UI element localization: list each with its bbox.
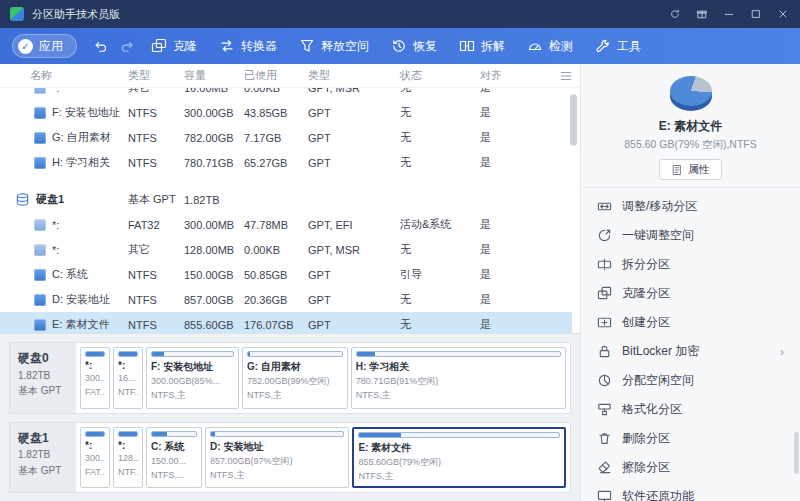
partition-block[interactable]: C: 系统 150.00... NTFS,... bbox=[146, 427, 202, 489]
toolbar-item-detect[interactable]: 检测 bbox=[527, 38, 573, 55]
col-used[interactable]: 已使用 bbox=[244, 68, 308, 83]
volume-summary: E: 素材文件 855.60 GB(79% 空闲),NTFS 属性 bbox=[581, 64, 800, 188]
toolbar-item-recover[interactable]: 恢复 bbox=[391, 38, 437, 55]
partition-blocks: *: 300... FAT... *: 128... NTF... C: 系统 … bbox=[76, 423, 570, 493]
row-name: *: bbox=[52, 88, 59, 94]
cell-capacity: 300.00MB bbox=[184, 219, 244, 231]
cell-aligned: 是 bbox=[480, 292, 530, 307]
table-row[interactable]: *: 其它 16.00MB 0.00KB GPT, MSR 无 是 bbox=[0, 88, 572, 100]
action-allocate-free-space[interactable]: 分配空闲空间 bbox=[581, 366, 800, 395]
undo-icon[interactable] bbox=[93, 39, 108, 54]
row-name: 硬盘1 bbox=[36, 192, 64, 207]
partition-icon bbox=[34, 107, 46, 119]
cell-name: *: bbox=[0, 88, 128, 94]
column-settings-icon[interactable] bbox=[559, 69, 573, 83]
cell-aligned: 是 bbox=[480, 317, 530, 332]
toolbar-item-clone[interactable]: 克隆 bbox=[151, 38, 197, 55]
cell-style: GPT, EFI bbox=[308, 219, 400, 231]
cell-used: 7.17GB bbox=[244, 132, 308, 144]
usage-bar bbox=[210, 431, 344, 437]
cell-name: G: 自用素材 bbox=[0, 130, 128, 145]
cell-status: 无 bbox=[400, 130, 480, 145]
cell-used: 0.00KB bbox=[244, 88, 308, 94]
action-bitlocker[interactable]: BitLocker 加密 › bbox=[581, 337, 800, 366]
action-software-restore[interactable]: 软件还原功能 bbox=[581, 482, 800, 501]
col-aligned[interactable]: 对齐 bbox=[480, 68, 530, 83]
col-style[interactable]: 类型 bbox=[308, 68, 400, 83]
sidebar-scrollbar[interactable] bbox=[794, 432, 799, 474]
free-space-icon bbox=[299, 38, 315, 54]
block-size: 855.60GB(79%空闲) bbox=[358, 455, 560, 469]
partition-block[interactable]: F: 安装包地址 300.00GB(85%... NTFS,主 bbox=[146, 347, 239, 409]
action-split[interactable]: 拆分分区 bbox=[581, 250, 800, 279]
action-create-partition[interactable]: 创建分区 bbox=[581, 308, 800, 337]
table-row[interactable]: C: 系统 NTFS 150.00GB 50.85GB GPT 引导 是 bbox=[0, 262, 572, 287]
disk-info[interactable]: 硬盘1 1.82TB 基本 GPT bbox=[10, 423, 76, 493]
close-icon[interactable] bbox=[769, 3, 796, 25]
table-row[interactable]: H: 学习相关 NTFS 780.71GB 65.27GB GPT 无 是 bbox=[0, 150, 572, 175]
redo-icon[interactable] bbox=[120, 39, 135, 54]
partition-block[interactable]: H: 学习相关 780.71GB(91%空闲) NTFS,主 bbox=[351, 347, 566, 409]
skin-theme-icon[interactable] bbox=[688, 3, 715, 25]
properties-button[interactable]: 属性 bbox=[659, 159, 722, 180]
cell-used: 65.27GB bbox=[244, 157, 308, 169]
table-row[interactable]: D: 安装地址 NTFS 857.00GB 20.36GB GPT 无 是 bbox=[0, 287, 572, 312]
partition-block[interactable]: D: 安装地址 857.00GB(97%空闲) NTFS,主 bbox=[205, 427, 349, 489]
toolbar-item-free-space[interactable]: 释放空间 bbox=[299, 38, 369, 55]
toolbar-item-converter[interactable]: 转换器 bbox=[219, 38, 277, 55]
table-row[interactable]: F: 安装包地址 NTFS 300.00GB 43.85GB GPT 无 是 bbox=[0, 100, 572, 125]
action-wipe[interactable]: 擦除分区 bbox=[581, 453, 800, 482]
disk-info[interactable]: 硬盘0 1.82TB 基本 GPT bbox=[10, 343, 76, 413]
detect-icon bbox=[527, 38, 543, 54]
format-icon bbox=[597, 402, 612, 417]
partition-block[interactable]: *: 300... FAT... bbox=[80, 427, 110, 489]
maximize-icon[interactable] bbox=[742, 3, 769, 25]
action-one-key-adjust[interactable]: 一键调整空间 bbox=[581, 221, 800, 250]
minimize-icon[interactable] bbox=[715, 3, 742, 25]
table-row[interactable]: 硬盘1 基本 GPT 1.82TB bbox=[0, 187, 572, 212]
toolbar-item-tools[interactable]: 工具 bbox=[595, 38, 641, 55]
partition-table: 名称 类型 容量 已使用 类型 状态 对齐 *: 其它 16.00MB 0.00… bbox=[0, 64, 580, 333]
action-resize-move[interactable]: 调整/移动分区 bbox=[581, 192, 800, 221]
col-capacity[interactable]: 容量 bbox=[184, 68, 244, 83]
partition-block[interactable]: E: 素材文件 855.60GB(79%空闲) NTFS,主 bbox=[352, 427, 566, 489]
action-list: 调整/移动分区 一键调整空间 拆分分区 克隆分区 创建分区 BitLocker … bbox=[581, 188, 800, 501]
partition-block[interactable]: *: 128... NTF... bbox=[113, 427, 143, 489]
check-icon: ✓ bbox=[18, 39, 33, 54]
refresh-icon[interactable] bbox=[661, 3, 688, 25]
col-fs-type[interactable]: 类型 bbox=[128, 68, 184, 83]
usage-bar bbox=[151, 351, 234, 357]
cell-style: GPT bbox=[308, 107, 400, 119]
cell-used: 47.78MB bbox=[244, 219, 308, 231]
block-name: *: bbox=[118, 440, 138, 451]
apply-button[interactable]: ✓ 应用 bbox=[12, 34, 77, 58]
partition-icon bbox=[34, 269, 46, 281]
window-controls bbox=[661, 3, 796, 25]
cell-status: 引导 bbox=[400, 267, 480, 282]
cell-fs-type: 基本 GPT bbox=[128, 192, 184, 207]
usage-bar bbox=[85, 431, 105, 437]
cell-status: 无 bbox=[400, 105, 480, 120]
usage-bar bbox=[356, 351, 561, 357]
table-row[interactable]: G: 自用素材 NTFS 782.00GB 7.17GB GPT 无 是 bbox=[0, 125, 572, 150]
cell-used: 0.00KB bbox=[244, 244, 308, 256]
toolbar-item-detach[interactable]: 拆解 bbox=[459, 38, 505, 55]
partition-block[interactable]: G: 自用素材 782.00GB(99%空闲) NTFS,主 bbox=[242, 347, 348, 409]
table-row[interactable]: *: 其它 128.00MB 0.00KB GPT, MSR 无 是 bbox=[0, 237, 572, 262]
col-status[interactable]: 状态 bbox=[400, 68, 480, 83]
col-name[interactable]: 名称 bbox=[0, 68, 128, 83]
sidebar: E: 素材文件 855.60 GB(79% 空闲),NTFS 属性 调整/移动分… bbox=[580, 64, 800, 501]
wipe-icon bbox=[597, 460, 612, 475]
create-icon bbox=[597, 315, 612, 330]
action-delete[interactable]: 删除分区 bbox=[581, 424, 800, 453]
table-scrollbar[interactable] bbox=[570, 90, 578, 329]
partition-block[interactable]: *: 16... NTF... bbox=[113, 347, 143, 409]
action-format[interactable]: 格式化分区 bbox=[581, 395, 800, 424]
cell-fs-type: 其它 bbox=[128, 242, 184, 257]
scrollbar-thumb[interactable] bbox=[570, 94, 577, 146]
action-clone-partition[interactable]: 克隆分区 bbox=[581, 279, 800, 308]
table-row[interactable]: *: FAT32 300.00MB 47.78MB GPT, EFI 活动&系统… bbox=[0, 212, 572, 237]
table-row[interactable]: E: 素材文件 NTFS 855.60GB 176.07GB GPT 无 是 bbox=[0, 312, 572, 333]
cell-used: 43.85GB bbox=[244, 107, 308, 119]
partition-block[interactable]: *: 300... FAT... bbox=[80, 347, 110, 409]
